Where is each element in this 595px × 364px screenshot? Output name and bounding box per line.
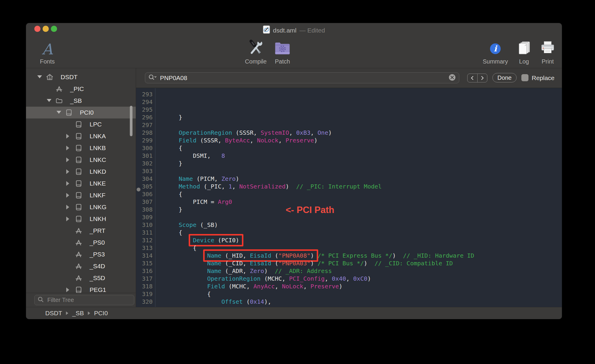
device-icon [65, 109, 73, 116]
document-icon [263, 25, 270, 35]
split-handle[interactable] [137, 188, 140, 191]
sidebar-item-label: LNKC [90, 156, 106, 163]
sidebar-item-_S4D[interactable]: _S4D [26, 260, 136, 272]
code-line: Name (_ADR, Zero) // _ADR: Address [164, 267, 562, 275]
sidebar-item-label: _PS0 [90, 239, 105, 246]
acpi-tree: DSDT_PIC_SBPCI0LPCLNKALNKBLNKCLNKDLNKELN… [26, 68, 136, 293]
sidebar-item-label: LNKE [90, 180, 106, 187]
log-pages-icon [512, 36, 536, 57]
sidebar-item-label: _S4D [90, 263, 105, 270]
sidebar-item-DSDT[interactable]: DSDT [26, 71, 136, 83]
disclosure-down-icon[interactable] [47, 99, 51, 102]
sidebar-item-LNKG[interactable]: LNKG [26, 201, 136, 213]
sidebar-item-LNKC[interactable]: LNKC [26, 154, 136, 166]
sidebar-item-label: _PS3 [90, 251, 105, 258]
line-number: 316 [136, 267, 153, 275]
filter-tree-input[interactable] [47, 296, 131, 304]
sidebar-item-LPC[interactable]: LPC [26, 118, 136, 130]
editor-pane: Done Replace 293294295296297298299300301… [136, 68, 562, 307]
disclosure-right-icon[interactable] [66, 134, 69, 139]
sidebar-item-PCI0[interactable]: PCI0 [26, 107, 136, 118]
method-icon [55, 85, 63, 93]
code-line: { [164, 144, 562, 152]
replace-checkbox[interactable] [521, 74, 528, 81]
sidebar-item-_PS0[interactable]: _PS0 [26, 237, 136, 248]
line-number: 303 [136, 167, 153, 175]
app-window: dsdt.aml — Edited A Fonts Compile [26, 23, 562, 319]
code-line: Offset (0x14), [164, 298, 562, 306]
disclosure-down-icon[interactable] [56, 111, 61, 114]
sidebar-item-_PIC[interactable]: _PIC [26, 83, 136, 95]
line-number: 312 [136, 236, 153, 244]
sidebar-item-LNKA[interactable]: LNKA [26, 130, 136, 142]
sidebar-item-_PRT[interactable]: _PRT [26, 225, 136, 237]
red-highlight-box: Device (PCI0) [189, 234, 243, 246]
sidebar-item-LNKB[interactable]: LNKB [26, 142, 136, 154]
find-field[interactable] [145, 72, 459, 83]
filter-field[interactable] [34, 295, 134, 305]
disclosure-right-icon[interactable] [66, 181, 69, 186]
find-previous-button[interactable] [468, 74, 478, 82]
sidebar-item-_S5D[interactable]: _S5D [26, 272, 136, 284]
disclosure-right-icon[interactable] [66, 217, 69, 221]
search-options-icon[interactable] [148, 74, 157, 82]
sidebar-item-PEG1[interactable]: PEG1 [26, 284, 136, 293]
sidebar-item-LNKF[interactable]: LNKF [26, 189, 136, 201]
patch-button[interactable]: Patch [269, 36, 296, 65]
sidebar-item-LNKD[interactable]: LNKD [26, 166, 136, 178]
done-button[interactable]: Done [492, 73, 517, 82]
line-number: 307 [136, 198, 153, 206]
method-icon [75, 274, 83, 282]
code-line [164, 167, 562, 175]
sidebar-scrollbar[interactable] [130, 106, 132, 136]
device-icon [75, 121, 83, 128]
disclosure-right-icon[interactable] [66, 205, 69, 209]
line-number: 313 [136, 244, 153, 252]
log-button[interactable]: Log [512, 36, 536, 65]
folder-icon [55, 97, 63, 105]
sidebar-item-LNKE[interactable]: LNKE [26, 178, 136, 189]
code-line: Scope (_SB) [164, 221, 562, 229]
code-line [164, 121, 562, 129]
line-number: 302 [136, 160, 153, 167]
find-input[interactable] [159, 74, 446, 82]
print-button[interactable]: Print [534, 36, 561, 65]
disclosure-down-icon[interactable] [37, 75, 42, 78]
disclosure-right-icon[interactable] [66, 193, 69, 198]
code-line: PICM = Arg0 [164, 198, 562, 206]
code-text[interactable]: <- PCI Path } OperationRegion (SSSR, Sys… [156, 88, 562, 307]
sidebar-item-_PS3[interactable]: _PS3 [26, 248, 136, 260]
fonts-button[interactable]: A Fonts [33, 36, 62, 65]
code-line: Field (MCHC, AnyAcc, NoLock, Preserve) [164, 282, 562, 290]
breadcrumb-item-DSDT[interactable]: DSDT [45, 310, 62, 317]
line-number: 317 [136, 275, 153, 282]
compile-button[interactable]: Compile [241, 36, 271, 65]
disclosure-right-icon[interactable] [66, 146, 69, 150]
clear-search-icon[interactable] [448, 74, 456, 82]
toolbar: A Fonts Compile [26, 35, 562, 68]
line-number: 298 [136, 129, 153, 136]
line-number: 300 [136, 144, 153, 152]
device-icon [75, 156, 83, 164]
pci-path-annotation: <- PCI Path [286, 206, 334, 214]
disclosure-right-icon[interactable] [66, 157, 69, 162]
line-number: 314 [136, 252, 153, 259]
sidebar-item-label: DSDT [61, 74, 77, 81]
code-line: Device (PCI0) [164, 236, 562, 244]
breadcrumb-separator-icon [66, 311, 68, 315]
printer-icon [534, 36, 561, 57]
summary-button[interactable]: i Summary [479, 36, 512, 65]
code-line: Field (SSSR, ByteAcc, NoLock, Preserve) [164, 136, 562, 144]
sidebar-item-label: _PIC [70, 85, 84, 92]
breadcrumb-item-_SB[interactable]: _SB [72, 310, 84, 317]
method-icon [75, 251, 83, 258]
sidebar-item-label: LNKH [90, 215, 106, 222]
code-editor[interactable]: 2932942952962972982993003013023033043053… [136, 88, 562, 307]
sidebar-item-LNKH[interactable]: LNKH [26, 213, 136, 225]
disclosure-right-icon[interactable] [66, 169, 69, 174]
sidebar-item-label: LNKG [90, 204, 106, 211]
find-next-button[interactable] [478, 74, 487, 82]
disclosure-right-icon[interactable] [66, 287, 69, 292]
sidebar-item-_SB[interactable]: _SB [26, 95, 136, 107]
breadcrumb-item-PCI0[interactable]: PCI0 [94, 310, 108, 317]
